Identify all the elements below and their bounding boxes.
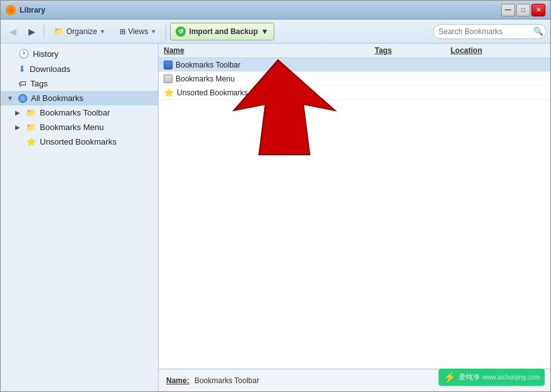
sidebar-item-bookmarks-toolbar[interactable]: ▶ 📁 Bookmarks Toolbar <box>1 105 158 120</box>
organize-icon: 📁 <box>54 27 64 36</box>
sidebar: 🕐 History ⬇ Downloads 🏷 Tags ▼ <box>1 44 159 391</box>
import-backup-dropdown-arrow: ▼ <box>261 27 269 36</box>
folder-icon-bm-menu: 📁 <box>26 122 36 132</box>
sidebar-label-all-bookmarks: All Bookmarks <box>31 93 83 103</box>
import-backup-button[interactable]: ↺ Import and Backup ▼ <box>170 23 274 40</box>
views-button[interactable]: ⊞ Views ▼ <box>114 23 162 40</box>
name-value: Bookmarks Toolbar <box>195 376 260 385</box>
unsorted-icon: ⭐ <box>26 137 36 146</box>
row-name-bm-menu: Bookmarks Menu <box>176 74 375 83</box>
sidebar-label-unsorted: Unsorted Bookmarks <box>40 137 116 146</box>
column-location[interactable]: Location <box>451 46 545 55</box>
column-tags[interactable]: Tags <box>375 46 451 55</box>
watermark-text: 爱纯净 <box>459 372 480 382</box>
views-icon: ⊞ <box>119 27 126 36</box>
content-panel: Name Tags Location Bookmarks Toolbar <box>159 44 550 391</box>
sidebar-label-history: History <box>33 49 58 59</box>
svg-point-1 <box>9 8 13 12</box>
toolbar-separator-2 <box>166 25 166 39</box>
folder-icon-bm-toolbar: 📁 <box>26 108 36 117</box>
expander-bm-toolbar: ▶ <box>13 109 22 116</box>
sidebar-item-unsorted-bookmarks[interactable]: ⭐ Unsorted Bookmarks <box>1 134 158 149</box>
toolbar-separator-1 <box>44 25 44 39</box>
column-name[interactable]: Name <box>164 46 375 55</box>
sidebar-item-bookmarks-menu[interactable]: ▶ 📁 Bookmarks Menu <box>1 120 158 134</box>
maximize-button[interactable]: □ <box>516 4 530 16</box>
import-backup-icon: ↺ <box>176 27 186 37</box>
download-icon: ⬇ <box>18 64 26 74</box>
import-backup-label: Import and Backup <box>189 27 258 36</box>
organize-button[interactable]: 📁 Organize ▼ <box>48 23 111 40</box>
content-table: Name Tags Location Bookmarks Toolbar <box>159 44 550 369</box>
search-box: 🔍 <box>433 24 547 39</box>
watermark: ⚡ 爱纯净 www.aichunjing.com <box>439 369 545 386</box>
tag-icon: 🏷 <box>18 79 27 88</box>
library-window: Library — □ ✕ ◀ ▶ 📁 Organize ▼ ⊞ Views ▼ <box>0 0 551 392</box>
sidebar-label-bm-toolbar: Bookmarks Toolbar <box>40 108 110 117</box>
sidebar-label-downloads: Downloads <box>30 64 70 74</box>
allbm-icon <box>18 94 27 103</box>
main-content: 🕐 History ⬇ Downloads 🏷 Tags ▼ <box>1 44 550 391</box>
sidebar-item-tags[interactable]: 🏷 Tags <box>1 76 158 91</box>
organize-label: Organize <box>66 27 97 36</box>
watermark-icon: ⚡ <box>444 371 456 383</box>
firefox-icon <box>6 5 16 15</box>
row-name-unsorted: Unsorted Bookmarks <box>177 88 375 97</box>
window-controls: — □ ✕ <box>501 4 545 16</box>
row-name-bm-toolbar: Bookmarks Toolbar <box>176 61 375 69</box>
search-icon[interactable]: 🔍 <box>533 27 543 36</box>
toolbar: ◀ ▶ 📁 Organize ▼ ⊞ Views ▼ ↺ Import and … <box>1 20 550 44</box>
expander-all-bookmarks: ▼ <box>6 95 15 102</box>
sidebar-label-bm-menu: Bookmarks Menu <box>40 122 104 132</box>
organize-dropdown-arrow: ▼ <box>100 28 106 35</box>
unsorted-bm-icon: ⭐ <box>164 88 174 97</box>
sidebar-item-all-bookmarks[interactable]: ▼ All Bookmarks <box>1 91 158 105</box>
window-wrapper: Library — □ ✕ ◀ ▶ 📁 Organize ▼ ⊞ Views ▼ <box>0 0 551 392</box>
table-row[interactable]: Bookmarks Menu <box>159 72 550 86</box>
views-label: Views <box>128 27 148 36</box>
clock-icon: 🕐 <box>18 49 29 59</box>
menu-bm-icon <box>164 74 173 83</box>
sidebar-label-tags: Tags <box>30 79 47 88</box>
name-label: Name: <box>166 376 190 385</box>
sidebar-item-history[interactable]: 🕐 History <box>1 46 158 61</box>
table-row[interactable]: ⭐ Unsorted Bookmarks <box>159 86 550 100</box>
watermark-url: www.aichunjing.com <box>482 374 540 381</box>
forward-button[interactable]: ▶ <box>23 23 40 40</box>
table-row[interactable]: Bookmarks Toolbar <box>159 58 550 72</box>
minimize-button[interactable]: — <box>501 4 515 16</box>
toolbar-bm-icon <box>164 61 173 69</box>
search-input[interactable] <box>439 27 533 36</box>
table-header: Name Tags Location <box>159 44 550 58</box>
views-dropdown-arrow: ▼ <box>150 28 156 35</box>
window-title: Library <box>20 6 501 15</box>
title-bar: Library — □ ✕ <box>1 1 550 20</box>
close-button[interactable]: ✕ <box>531 4 545 16</box>
sidebar-item-downloads[interactable]: ⬇ Downloads <box>1 61 158 76</box>
expander-bm-menu: ▶ <box>13 124 22 131</box>
back-button[interactable]: ◀ <box>4 23 21 40</box>
